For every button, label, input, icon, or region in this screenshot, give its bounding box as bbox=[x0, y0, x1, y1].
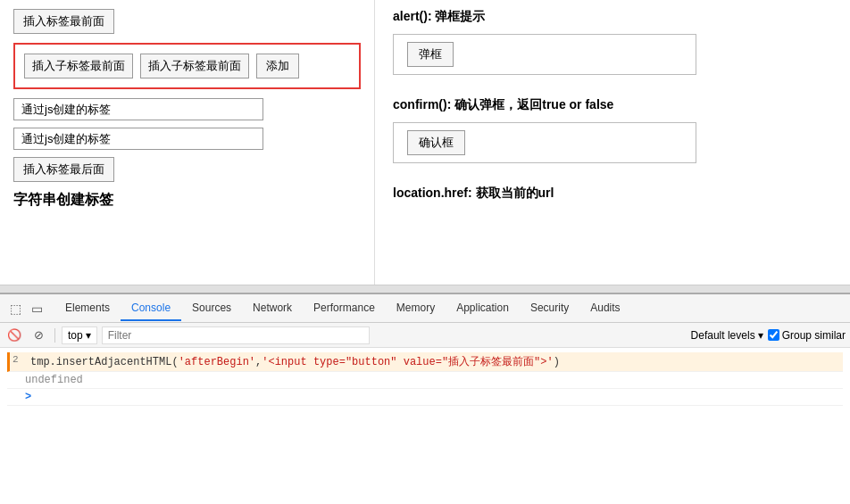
context-label: top bbox=[68, 329, 83, 342]
default-levels-dropdown[interactable]: Default levels ▾ bbox=[691, 329, 763, 342]
insert-child-front-button-1[interactable]: 插入子标签最前面 bbox=[24, 54, 133, 78]
line-number-1: 2 bbox=[12, 354, 26, 365]
tab-security[interactable]: Security bbox=[520, 296, 579, 321]
default-levels-label: Default levels bbox=[691, 329, 755, 342]
console-prompt-symbol: > bbox=[25, 391, 31, 403]
devtools-tab-bar: ⬚ ▭ Elements Console Sources Network Per… bbox=[0, 294, 850, 323]
code-string-1: 'afterBegin' bbox=[179, 356, 255, 368]
tab-console[interactable]: Console bbox=[121, 296, 181, 321]
insert-top-button[interactable]: 插入标签最前面 bbox=[13, 9, 114, 34]
location-title: location.href: 获取当前的url bbox=[393, 186, 832, 202]
context-dropdown-icon: ▾ bbox=[86, 329, 91, 342]
code-undefined: undefined bbox=[25, 374, 83, 386]
tab-elements[interactable]: Elements bbox=[54, 296, 121, 321]
tab-audits[interactable]: Audits bbox=[579, 296, 630, 321]
insert-child-front-button-2[interactable]: 插入子标签最前面 bbox=[140, 54, 249, 78]
add-button[interactable]: 添加 bbox=[256, 54, 299, 78]
alert-dialog-box: 弹框 bbox=[393, 34, 696, 75]
code-line-1: tmp.insertAdjacentHTML('afterBegin','<in… bbox=[30, 354, 843, 369]
code-normal-1: tmp.insertAdjacentHTML( bbox=[30, 356, 179, 368]
console-output: 2 tmp.insertAdjacentHTML('afterBegin','<… bbox=[0, 348, 850, 504]
console-prompt-line[interactable]: > bbox=[7, 389, 843, 406]
filter-icon[interactable]: ⊘ bbox=[29, 326, 48, 345]
confirm-button[interactable]: 确认框 bbox=[407, 130, 465, 155]
tab-performance[interactable]: Performance bbox=[303, 296, 386, 321]
tab-network[interactable]: Network bbox=[242, 296, 303, 321]
console-input[interactable] bbox=[34, 391, 843, 403]
toolbar-separator bbox=[54, 328, 55, 343]
code-string-2: '<input type="button" value="插入子标签最前面">' bbox=[262, 356, 553, 368]
console-line-1: 2 tmp.insertAdjacentHTML('afterBegin','<… bbox=[7, 352, 843, 372]
code-close: ) bbox=[554, 356, 560, 368]
tab-memory[interactable]: Memory bbox=[386, 296, 446, 321]
inspect-icon[interactable]: ⬚ bbox=[4, 298, 26, 319]
devtools-icons: ⬚ ▭ bbox=[4, 298, 47, 319]
console-toolbar: 🚫 ⊘ top ▾ Default levels ▾ Group similar bbox=[0, 323, 850, 348]
insert-bottom-button[interactable]: 插入标签最后面 bbox=[13, 157, 114, 182]
devtools-panel: ⬚ ▭ Elements Console Sources Network Per… bbox=[0, 293, 850, 504]
left-panel: 插入标签最前面 插入子标签最前面 插入子标签最前面 添加 插入标签最后面 字符串… bbox=[0, 0, 375, 285]
right-panel: alert(): 弹框提示 弹框 confirm(): 确认弹框，返回true … bbox=[375, 0, 850, 285]
confirm-title: confirm(): 确认弹框，返回true or false bbox=[393, 97, 832, 113]
horizontal-scrollbar[interactable] bbox=[0, 285, 850, 293]
group-similar-check[interactable] bbox=[768, 329, 779, 341]
tab-application[interactable]: Application bbox=[446, 296, 520, 321]
group-similar-label: Group similar bbox=[782, 329, 846, 342]
tag-input-1[interactable] bbox=[13, 98, 263, 120]
group-similar-checkbox[interactable]: Group similar bbox=[768, 329, 846, 342]
tag-input-2[interactable] bbox=[13, 128, 263, 150]
clear-console-icon[interactable]: 🚫 bbox=[4, 326, 24, 345]
filter-input[interactable] bbox=[102, 326, 370, 344]
section-title: 字符串创建标签 bbox=[13, 191, 361, 210]
alert-title: alert(): 弹框提示 bbox=[393, 9, 832, 25]
device-icon[interactable]: ▭ bbox=[26, 298, 47, 319]
console-line-2: undefined bbox=[7, 372, 843, 389]
confirm-dialog-box: 确认框 bbox=[393, 122, 696, 163]
red-border-box: 插入子标签最前面 插入子标签最前面 添加 bbox=[13, 43, 361, 89]
tab-sources[interactable]: Sources bbox=[181, 296, 242, 321]
default-levels-icon: ▾ bbox=[758, 329, 763, 342]
alert-button[interactable]: 弹框 bbox=[407, 42, 454, 67]
context-selector[interactable]: top ▾ bbox=[62, 326, 97, 344]
